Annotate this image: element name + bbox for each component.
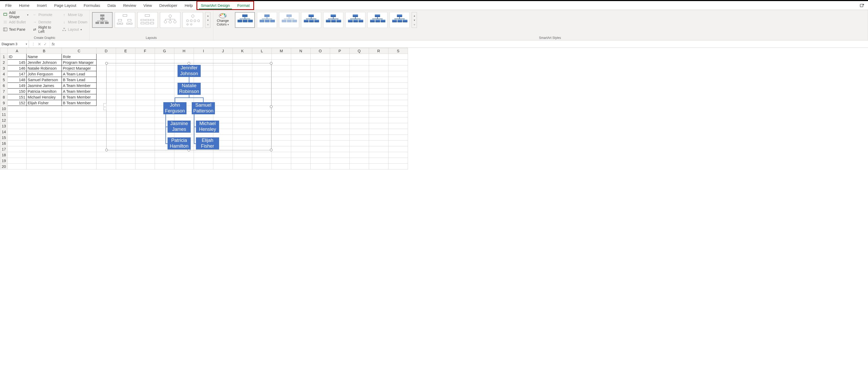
cell-O11[interactable] <box>311 112 330 117</box>
tab-help[interactable]: Help <box>181 2 196 9</box>
cell-K18[interactable] <box>233 152 252 158</box>
cell-M16[interactable] <box>272 140 291 146</box>
cell-Q12[interactable] <box>349 117 369 123</box>
cell-L19[interactable] <box>252 158 272 164</box>
cell-O5[interactable] <box>311 77 330 83</box>
cell-B16[interactable] <box>27 140 62 146</box>
org-node[interactable]: NatalieRobinson <box>178 83 201 95</box>
resize-handle-nw[interactable] <box>105 62 108 65</box>
org-node[interactable]: JenniferJohnson <box>178 65 201 77</box>
column-header-S[interactable]: S <box>389 48 408 54</box>
cell-C6[interactable]: A Team Member <box>62 83 96 89</box>
column-header-I[interactable]: I <box>194 48 213 54</box>
resize-handle-e[interactable] <box>270 105 273 108</box>
cell-N7[interactable] <box>291 89 311 94</box>
cell-E18[interactable] <box>116 152 135 158</box>
column-header-F[interactable]: F <box>135 48 155 54</box>
cell-Q20[interactable] <box>349 164 369 169</box>
column-header-R[interactable]: R <box>369 48 389 54</box>
name-box[interactable]: Diagram 3 ▾ <box>0 40 29 47</box>
cell-C16[interactable] <box>62 140 96 146</box>
cell-P3[interactable] <box>330 65 349 71</box>
cell-O4[interactable] <box>311 71 330 77</box>
row-header-14[interactable]: 14 <box>0 129 8 135</box>
cell-C20[interactable] <box>62 164 96 169</box>
cell-H1[interactable] <box>175 54 194 60</box>
cell-P18[interactable] <box>330 152 349 158</box>
cell-N3[interactable] <box>291 65 311 71</box>
cell-R4[interactable] <box>369 71 389 77</box>
cell-C12[interactable] <box>62 117 96 123</box>
cell-O12[interactable] <box>311 117 330 123</box>
tab-page-layout[interactable]: Page Layout <box>51 2 80 9</box>
cell-R15[interactable] <box>369 135 389 140</box>
cancel-formula-icon[interactable]: ✕ <box>38 42 41 46</box>
cell-N5[interactable] <box>291 77 311 83</box>
cell-S2[interactable] <box>389 60 408 65</box>
cell-P1[interactable] <box>330 54 349 60</box>
cell-B14[interactable] <box>27 129 62 135</box>
cell-Q4[interactable] <box>349 71 369 77</box>
cell-R10[interactable] <box>369 106 389 112</box>
cell-N2[interactable] <box>291 60 311 65</box>
cell-S12[interactable] <box>389 117 408 123</box>
cell-D18[interactable] <box>96 152 116 158</box>
row-header-19[interactable]: 19 <box>0 158 8 164</box>
cell-P9[interactable] <box>330 100 349 106</box>
cell-P4[interactable] <box>330 71 349 77</box>
column-header-Q[interactable]: Q <box>349 48 369 54</box>
row-header-12[interactable]: 12 <box>0 117 8 123</box>
cell-N19[interactable] <box>291 158 311 164</box>
cell-F19[interactable] <box>135 158 155 164</box>
cell-J19[interactable] <box>213 158 233 164</box>
cell-R6[interactable] <box>369 83 389 89</box>
cell-P6[interactable] <box>330 83 349 89</box>
org-node[interactable]: JasmineJames <box>167 121 191 133</box>
cell-O9[interactable] <box>311 100 330 106</box>
cell-B2[interactable]: Jennifer Johnson <box>27 60 62 65</box>
cell-O20[interactable] <box>311 164 330 169</box>
cell-O10[interactable] <box>311 106 330 112</box>
column-header-L[interactable]: L <box>252 48 272 54</box>
cell-L20[interactable] <box>252 164 272 169</box>
cell-N14[interactable] <box>291 129 311 135</box>
cell-K1[interactable] <box>233 54 252 60</box>
cell-A16[interactable] <box>8 140 27 146</box>
cell-R3[interactable] <box>369 65 389 71</box>
column-header-C[interactable]: C <box>62 48 96 54</box>
cell-M9[interactable] <box>272 100 291 106</box>
cell-M19[interactable] <box>272 158 291 164</box>
cell-N12[interactable] <box>291 117 311 123</box>
resize-handle-n[interactable] <box>188 62 190 65</box>
cell-B12[interactable] <box>27 117 62 123</box>
cell-E20[interactable] <box>116 164 135 169</box>
cell-R12[interactable] <box>369 117 389 123</box>
tab-view[interactable]: View <box>140 2 155 9</box>
column-header-N[interactable]: N <box>291 48 311 54</box>
share-icon[interactable] <box>860 3 864 8</box>
cell-N4[interactable] <box>291 71 311 77</box>
cell-D19[interactable] <box>96 158 116 164</box>
cell-R9[interactable] <box>369 100 389 106</box>
cell-S15[interactable] <box>389 135 408 140</box>
cell-Q8[interactable] <box>349 94 369 100</box>
row-header-10[interactable]: 10 <box>0 106 8 112</box>
row-header-3[interactable]: 3 <box>0 65 8 71</box>
cell-M2[interactable] <box>272 60 291 65</box>
row-header-5[interactable]: 5 <box>0 77 8 83</box>
cell-J18[interactable] <box>213 152 233 158</box>
cell-R19[interactable] <box>369 158 389 164</box>
cell-C2[interactable]: Program Manager <box>62 60 96 65</box>
cell-R20[interactable] <box>369 164 389 169</box>
tab-data[interactable]: Data <box>104 2 119 9</box>
cell-A15[interactable] <box>8 135 27 140</box>
row-header-1[interactable]: 1 <box>0 54 8 60</box>
cell-C1[interactable]: Role <box>62 54 96 60</box>
cell-O8[interactable] <box>311 94 330 100</box>
cell-P17[interactable] <box>330 146 349 152</box>
cell-M15[interactable] <box>272 135 291 140</box>
column-header-O[interactable]: O <box>311 48 330 54</box>
cell-B10[interactable] <box>27 106 62 112</box>
cell-R8[interactable] <box>369 94 389 100</box>
resize-handle-se[interactable] <box>270 149 273 151</box>
